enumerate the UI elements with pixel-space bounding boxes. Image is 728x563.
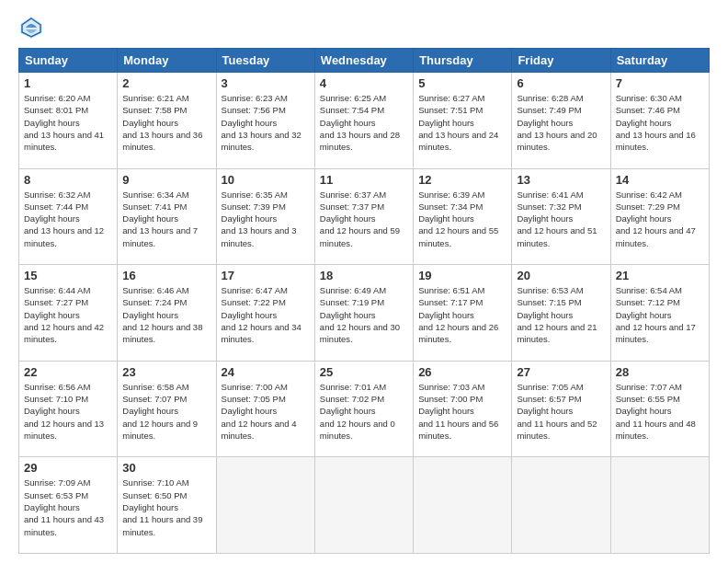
cell-content: Sunrise: 6:54 AMSunset: 7:12 PMDaylight … (616, 284, 704, 345)
day-number: 11 (320, 173, 408, 187)
calendar-week-4: 22Sunrise: 6:56 AMSunset: 7:10 PMDayligh… (19, 361, 710, 457)
day-number: 22 (24, 365, 112, 379)
calendar-week-3: 15Sunrise: 6:44 AMSunset: 7:27 PMDayligh… (19, 265, 710, 362)
calendar-cell: 18Sunrise: 6:49 AMSunset: 7:19 PMDayligh… (314, 265, 413, 362)
cell-content: Sunrise: 7:09 AMSunset: 6:53 PMDaylight … (24, 477, 112, 537)
calendar-cell: 6Sunrise: 6:28 AMSunset: 7:49 PMDaylight… (512, 73, 610, 169)
day-number: 5 (418, 76, 506, 90)
calendar-cell: 9Sunrise: 6:34 AMSunset: 7:41 PMDaylight… (118, 168, 216, 265)
calendar-cell: 13Sunrise: 6:41 AMSunset: 7:32 PMDayligh… (512, 168, 610, 265)
cell-content: Sunrise: 6:23 AMSunset: 7:56 PMDaylight … (222, 92, 310, 153)
header (18, 15, 710, 40)
day-number: 21 (616, 269, 704, 282)
day-number: 2 (122, 76, 210, 90)
day-number: 14 (616, 173, 704, 187)
day-number: 30 (122, 461, 210, 475)
cell-content: Sunrise: 7:10 AMSunset: 6:50 PMDaylight … (122, 477, 210, 537)
day-number: 10 (222, 173, 310, 187)
calendar-cell: 3Sunrise: 6:23 AMSunset: 7:56 PMDaylight… (216, 73, 314, 169)
calendar-header-wednesday: Wednesday (314, 49, 413, 73)
cell-content: Sunrise: 6:44 AMSunset: 7:27 PMDaylight … (24, 284, 112, 345)
calendar-header-sunday: Sunday (19, 49, 118, 73)
calendar-cell: 10Sunrise: 6:35 AMSunset: 7:39 PMDayligh… (216, 168, 314, 265)
calendar-week-2: 8Sunrise: 6:32 AMSunset: 7:44 PMDaylight… (19, 168, 710, 265)
cell-content: Sunrise: 6:49 AMSunset: 7:19 PMDaylight … (320, 284, 408, 345)
calendar-cell: 12Sunrise: 6:39 AMSunset: 7:34 PMDayligh… (414, 168, 512, 265)
day-number: 9 (122, 173, 210, 187)
cell-content: Sunrise: 7:05 AMSunset: 6:57 PMDaylight … (517, 381, 605, 442)
calendar-cell: 16Sunrise: 6:46 AMSunset: 7:24 PMDayligh… (118, 265, 216, 362)
calendar-cell: 11Sunrise: 6:37 AMSunset: 7:37 PMDayligh… (314, 168, 413, 265)
calendar-cell (216, 457, 314, 554)
calendar-cell: 20Sunrise: 6:53 AMSunset: 7:15 PMDayligh… (512, 265, 610, 362)
calendar-cell: 17Sunrise: 6:47 AMSunset: 7:22 PMDayligh… (216, 265, 314, 362)
calendar-cell: 27Sunrise: 7:05 AMSunset: 6:57 PMDayligh… (512, 361, 610, 457)
cell-content: Sunrise: 6:56 AMSunset: 7:10 PMDaylight … (24, 381, 112, 442)
calendar-cell: 14Sunrise: 6:42 AMSunset: 7:29 PMDayligh… (610, 168, 709, 265)
day-number: 23 (122, 365, 210, 379)
day-number: 25 (320, 365, 408, 379)
day-number: 19 (418, 269, 506, 282)
day-number: 24 (222, 365, 310, 379)
cell-content: Sunrise: 6:21 AMSunset: 7:58 PMDaylight … (122, 92, 210, 153)
calendar-cell: 2Sunrise: 6:21 AMSunset: 7:58 PMDaylight… (118, 73, 216, 169)
cell-content: Sunrise: 6:39 AMSunset: 7:34 PMDaylight … (418, 189, 506, 249)
day-number: 26 (418, 365, 506, 379)
day-number: 29 (24, 461, 112, 475)
logo-icon (18, 15, 44, 40)
cell-content: Sunrise: 6:20 AMSunset: 8:01 PMDaylight … (24, 92, 112, 153)
calendar-header-friday: Friday (512, 49, 610, 73)
calendar-week-5: 29Sunrise: 7:09 AMSunset: 6:53 PMDayligh… (19, 457, 710, 554)
cell-content: Sunrise: 6:42 AMSunset: 7:29 PMDaylight … (616, 189, 704, 249)
cell-content: Sunrise: 7:07 AMSunset: 6:55 PMDaylight … (616, 381, 704, 442)
cell-content: Sunrise: 7:03 AMSunset: 7:00 PMDaylight … (418, 381, 506, 442)
cell-content: Sunrise: 6:46 AMSunset: 7:24 PMDaylight … (122, 284, 210, 345)
day-number: 18 (320, 269, 408, 282)
cell-content: Sunrise: 6:37 AMSunset: 7:37 PMDaylight … (320, 189, 408, 249)
day-number: 7 (616, 76, 704, 90)
calendar-header-monday: Monday (118, 49, 216, 73)
cell-content: Sunrise: 7:01 AMSunset: 7:02 PMDaylight … (320, 381, 408, 442)
cell-content: Sunrise: 6:28 AMSunset: 7:49 PMDaylight … (517, 92, 605, 153)
calendar-cell (610, 457, 709, 554)
calendar-cell: 23Sunrise: 6:58 AMSunset: 7:07 PMDayligh… (118, 361, 216, 457)
day-number: 28 (616, 365, 704, 379)
cell-content: Sunrise: 6:35 AMSunset: 7:39 PMDaylight … (222, 189, 310, 249)
cell-content: Sunrise: 6:41 AMSunset: 7:32 PMDaylight … (517, 189, 605, 249)
day-number: 20 (517, 269, 605, 282)
calendar-cell: 25Sunrise: 7:01 AMSunset: 7:02 PMDayligh… (314, 361, 413, 457)
day-number: 13 (517, 173, 605, 187)
cell-content: Sunrise: 6:25 AMSunset: 7:54 PMDaylight … (320, 92, 408, 153)
calendar-cell: 4Sunrise: 6:25 AMSunset: 7:54 PMDaylight… (314, 73, 413, 169)
day-number: 4 (320, 76, 408, 90)
day-number: 15 (24, 269, 112, 282)
calendar-cell: 8Sunrise: 6:32 AMSunset: 7:44 PMDaylight… (19, 168, 118, 265)
logo (18, 15, 50, 40)
cell-content: Sunrise: 6:30 AMSunset: 7:46 PMDaylight … (616, 92, 704, 153)
calendar-cell: 22Sunrise: 6:56 AMSunset: 7:10 PMDayligh… (19, 361, 118, 457)
calendar-week-1: 1Sunrise: 6:20 AMSunset: 8:01 PMDaylight… (19, 73, 710, 169)
day-number: 8 (24, 173, 112, 187)
day-number: 6 (517, 76, 605, 90)
calendar-cell: 1Sunrise: 6:20 AMSunset: 8:01 PMDaylight… (19, 73, 118, 169)
page: SundayMondayTuesdayWednesdayThursdayFrid… (0, 0, 728, 563)
calendar-cell: 5Sunrise: 6:27 AMSunset: 7:51 PMDaylight… (414, 73, 512, 169)
calendar-header-tuesday: Tuesday (216, 49, 314, 73)
day-number: 12 (418, 173, 506, 187)
day-number: 17 (222, 269, 310, 282)
calendar-header-saturday: Saturday (610, 49, 709, 73)
calendar-cell: 21Sunrise: 6:54 AMSunset: 7:12 PMDayligh… (610, 265, 709, 362)
cell-content: Sunrise: 6:47 AMSunset: 7:22 PMDaylight … (222, 284, 310, 345)
calendar-cell: 28Sunrise: 7:07 AMSunset: 6:55 PMDayligh… (610, 361, 709, 457)
day-number: 1 (24, 76, 112, 90)
day-number: 3 (222, 76, 310, 90)
calendar-cell: 7Sunrise: 6:30 AMSunset: 7:46 PMDaylight… (610, 73, 709, 169)
cell-content: Sunrise: 6:58 AMSunset: 7:07 PMDaylight … (122, 381, 210, 442)
cell-content: Sunrise: 6:53 AMSunset: 7:15 PMDaylight … (517, 284, 605, 345)
day-number: 27 (517, 365, 605, 379)
calendar-cell (512, 457, 610, 554)
cell-content: Sunrise: 6:32 AMSunset: 7:44 PMDaylight … (24, 189, 112, 249)
cell-content: Sunrise: 7:00 AMSunset: 7:05 PMDaylight … (222, 381, 310, 442)
cell-content: Sunrise: 6:51 AMSunset: 7:17 PMDaylight … (418, 284, 506, 345)
calendar-table: SundayMondayTuesdayWednesdayThursdayFrid… (18, 48, 710, 554)
